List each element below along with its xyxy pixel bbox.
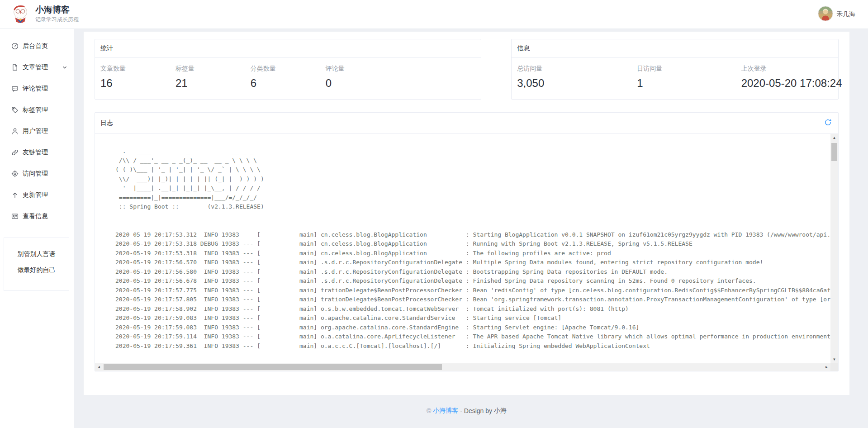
stat-label: 分类数量 [251,65,326,73]
info-label: 总访问量 [517,65,637,73]
sidebar-item-label: 访问管理 [23,170,67,178]
id-card-icon [11,213,19,220]
brand-text: 小海博客 记录学习成长历程 [35,5,79,24]
stats-card-header: 统计 [95,39,481,58]
sidebar-item-label: 用户管理 [23,127,67,135]
sidebar-item-label: 评论管理 [23,85,67,93]
scrollbar-corner [830,363,838,371]
sidebar-item-label: 标签管理 [23,106,67,114]
username: 禾几海 [836,10,855,19]
log-vertical-scrollbar[interactable]: ▲ ▼ [830,134,838,363]
sidebar-item-tags[interactable]: 标签管理 [0,99,74,120]
comment-icon [11,85,19,92]
sidebar: 后台首页文章管理评论管理标签管理用户管理友链管理访问管理更新管理查看信息 别管别… [0,29,74,428]
stats-card-body: 文章数量16标签量21分类数量6评论量0 [95,58,481,99]
info-card-header: 信息 [512,39,838,58]
info-card: 信息 总访问量3,050日访问量1上次登录2020-05-20 17:08:24 [511,39,839,100]
info-value: 2020-05-20 17:08:24 [741,77,833,90]
log-body: . ____ _ __ _ _ /\\ / ___'_ __ _ _(_)_ _… [95,134,838,371]
log-card-title: 日志 [100,119,113,127]
scroll-left-arrow-icon[interactable]: ◄ [95,363,103,371]
log-card-header: 日志 [95,113,838,134]
motto-box: 别管别人言语 做最好的自己 [4,238,69,291]
footer: © 小海博客 - Design by 小海 [84,395,849,427]
footer-copyright: © [427,407,431,414]
app-header: 小海博客 记录学习成长历程 禾几海 [0,0,868,29]
stats-card-title: 统计 [100,44,113,52]
info-label: 日访问量 [637,65,741,73]
sidebar-item-dashboard[interactable]: 后台首页 [0,35,74,57]
stat-label: 评论量 [326,65,401,73]
stat-label: 文章数量 [100,65,175,73]
tag-icon [11,106,19,114]
brand: 小海博客 记录学习成长历程 [11,4,79,25]
footer-brand-link[interactable]: 小海博客 [433,407,458,415]
link-icon [11,149,19,156]
info-column: 上次登录2020-05-20 17:08:24 [741,65,833,90]
scroll-right-arrow-icon[interactable]: ► [823,363,830,371]
chevron-down-icon [62,65,67,70]
refresh-button[interactable] [823,118,833,128]
sidebar-item-label: 后台首页 [23,42,67,50]
motto-line-2: 做最好的自己 [6,266,67,274]
sidebar-item-comments[interactable]: 评论管理 [0,78,74,99]
info-column: 总访问量3,050 [517,65,637,90]
sidebar-item-info[interactable]: 查看信息 [0,205,74,227]
motto-line-1: 别管别人言语 [6,250,67,258]
main-panel: 统计 文章数量16标签量21分类数量6评论量0 信息 总访问量3,050日访问量… [84,32,849,395]
main-column: 统计 文章数量16标签量21分类数量6评论量0 信息 总访问量3,050日访问量… [74,29,868,428]
footer-author: 小海 [494,407,507,415]
upload-icon [11,191,19,199]
info-value: 1 [637,77,741,90]
scroll-down-arrow-icon[interactable]: ▼ [830,356,838,363]
cards-row: 统计 文章数量16标签量21分类数量6评论量0 信息 总访问量3,050日访问量… [95,39,839,100]
user-menu[interactable]: 禾几海 [818,6,855,23]
stats-card: 统计 文章数量16标签量21分类数量6评论量0 [95,39,481,100]
stat-value: 6 [251,77,326,90]
log-output: . ____ _ __ _ _ /\\ / ___'_ __ _ _(_)_ _… [95,134,830,351]
vertical-scroll-thumb[interactable] [831,143,837,161]
dashboard-icon [11,43,19,50]
app-logo [11,4,30,25]
scroll-up-arrow-icon[interactable]: ▲ [830,134,838,142]
info-column: 日访问量1 [637,65,741,90]
info-value: 3,050 [517,77,637,90]
stat-label: 标签量 [175,65,251,73]
footer-middle-text: - Design by [460,407,492,414]
document-icon [11,64,19,71]
horizontal-scroll-thumb[interactable] [104,364,442,370]
app-title: 小海博客 [35,5,79,15]
stat-column: 评论量0 [326,65,401,90]
refresh-icon [824,119,832,128]
app-subtitle: 记录学习成长历程 [35,16,79,24]
sidebar-item-users[interactable]: 用户管理 [0,120,74,142]
sidebar-item-articles[interactable]: 文章管理 [0,57,74,78]
avatar[interactable] [818,6,833,23]
sidebar-item-visits[interactable]: 访问管理 [0,163,74,184]
aim-icon [11,170,19,177]
info-card-title: 信息 [517,44,530,52]
stat-column: 文章数量16 [100,65,175,90]
sidebar-item-label: 文章管理 [23,63,60,71]
user-icon [11,128,19,135]
sidebar-item-links[interactable]: 友链管理 [0,142,74,163]
log-viewport[interactable]: . ____ _ __ _ _ /\\ / ___'_ __ _ _(_)_ _… [95,134,830,363]
sidebar-nav: 后台首页文章管理评论管理标签管理用户管理友链管理访问管理更新管理查看信息 [0,35,74,227]
stat-value: 16 [100,77,175,90]
sidebar-item-label: 友链管理 [23,148,67,157]
info-card-body: 总访问量3,050日访问量1上次登录2020-05-20 17:08:24 [512,58,838,99]
log-card: 日志 . ____ _ __ _ _ /\\ [95,112,839,371]
stat-column: 分类数量6 [251,65,326,90]
stat-value: 21 [175,77,251,90]
sidebar-item-label: 更新管理 [23,191,67,199]
stat-column: 标签量21 [175,65,251,90]
sidebar-item-label: 查看信息 [23,212,67,220]
info-label: 上次登录 [741,65,833,73]
stat-value: 0 [326,77,401,90]
log-horizontal-scrollbar[interactable]: ◄ ► [95,363,830,371]
sidebar-item-updates[interactable]: 更新管理 [0,184,74,205]
